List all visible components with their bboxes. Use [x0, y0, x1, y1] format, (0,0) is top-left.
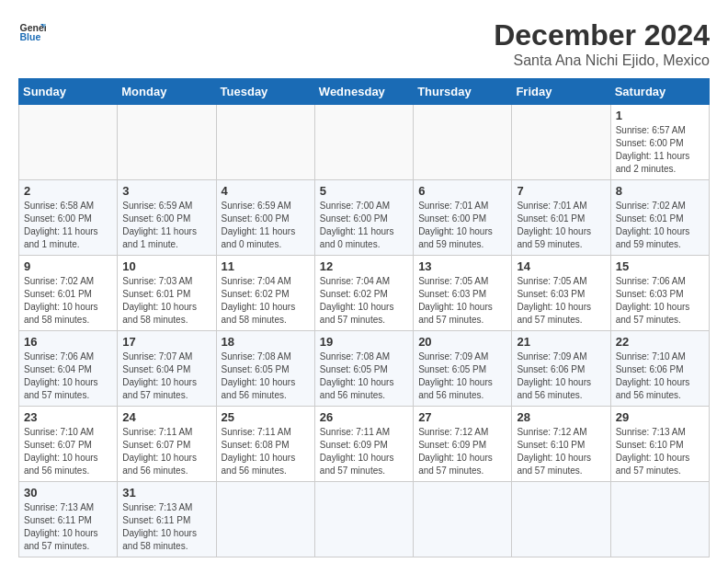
- day-info: Sunrise: 7:05 AMSunset: 6:03 PMDaylight:…: [418, 275, 506, 327]
- calendar-cell: 31 Sunrise: 7:13 AMSunset: 6:11 PMDaylig…: [118, 482, 216, 557]
- day-info: Sunrise: 7:02 AMSunset: 6:01 PMDaylight:…: [24, 275, 112, 327]
- day-number: 18: [222, 335, 310, 349]
- calendar-cell: 11 Sunrise: 7:04 AMSunset: 6:02 PMDaylig…: [216, 256, 314, 331]
- title-area: December 2024 Santa Ana Nichi Ejido, Mex…: [494, 18, 710, 69]
- calendar-cell: [414, 105, 512, 180]
- calendar-cell: 21 Sunrise: 7:09 AMSunset: 6:06 PMDaylig…: [512, 331, 610, 407]
- day-number: 10: [122, 259, 210, 273]
- calendar-row: 1 Sunrise: 6:57 AMSunset: 6:00 PMDayligh…: [19, 105, 710, 180]
- day-number: 5: [320, 184, 408, 198]
- svg-text:Blue: Blue: [20, 31, 41, 42]
- day-info: Sunrise: 7:12 AMSunset: 6:10 PMDaylight:…: [517, 426, 605, 477]
- calendar-cell: 16 Sunrise: 7:06 AMSunset: 6:04 PMDaylig…: [19, 331, 118, 407]
- calendar-cell: [19, 105, 118, 180]
- day-number: 2: [24, 184, 112, 198]
- day-number: 23: [24, 410, 112, 424]
- day-info: Sunrise: 7:04 AMSunset: 6:02 PMDaylight:…: [320, 275, 408, 327]
- day-info: Sunrise: 7:13 AMSunset: 6:10 PMDaylight:…: [616, 426, 704, 477]
- day-number: 4: [222, 184, 310, 198]
- calendar-cell: 13 Sunrise: 7:05 AMSunset: 6:03 PMDaylig…: [414, 256, 512, 331]
- day-number: 22: [616, 335, 704, 349]
- calendar-cell: 30 Sunrise: 7:13 AMSunset: 6:11 PMDaylig…: [19, 482, 118, 557]
- day-number: 27: [418, 410, 506, 424]
- day-number: 21: [517, 335, 605, 349]
- logo: General Blue: [18, 18, 46, 46]
- day-number: 13: [418, 259, 506, 273]
- day-info: Sunrise: 7:11 AMSunset: 6:08 PMDaylight:…: [222, 426, 310, 477]
- day-number: 6: [418, 184, 506, 198]
- calendar-cell: [314, 105, 413, 180]
- calendar-table: SundayMondayTuesdayWednesdayThursdayFrid…: [18, 78, 710, 557]
- calendar-cell: 8 Sunrise: 7:02 AMSunset: 6:01 PMDayligh…: [610, 180, 709, 256]
- weekday-header: Monday: [118, 79, 216, 105]
- calendar-row: 16 Sunrise: 7:06 AMSunset: 6:04 PMDaylig…: [19, 331, 710, 407]
- weekday-header: Tuesday: [216, 79, 314, 105]
- calendar-cell: [610, 482, 709, 557]
- calendar-cell: 18 Sunrise: 7:08 AMSunset: 6:05 PMDaylig…: [216, 331, 314, 407]
- day-info: Sunrise: 7:08 AMSunset: 6:05 PMDaylight:…: [222, 350, 310, 402]
- day-info: Sunrise: 7:05 AMSunset: 6:03 PMDaylight:…: [517, 275, 605, 327]
- day-info: Sunrise: 7:06 AMSunset: 6:03 PMDaylight:…: [616, 275, 704, 327]
- calendar-cell: 22 Sunrise: 7:10 AMSunset: 6:06 PMDaylig…: [610, 331, 709, 407]
- day-number: 15: [616, 259, 704, 273]
- calendar-row: 30 Sunrise: 7:13 AMSunset: 6:11 PMDaylig…: [19, 482, 710, 557]
- day-number: 30: [24, 486, 112, 500]
- day-info: Sunrise: 7:12 AMSunset: 6:09 PMDaylight:…: [418, 426, 506, 477]
- day-number: 9: [24, 259, 112, 273]
- calendar-cell: [118, 105, 216, 180]
- calendar-row: 9 Sunrise: 7:02 AMSunset: 6:01 PMDayligh…: [19, 256, 710, 331]
- day-number: 12: [320, 259, 408, 273]
- calendar-cell: 23 Sunrise: 7:10 AMSunset: 6:07 PMDaylig…: [19, 407, 118, 482]
- calendar-cell: 9 Sunrise: 7:02 AMSunset: 6:01 PMDayligh…: [19, 256, 118, 331]
- day-number: 14: [517, 259, 605, 273]
- weekday-header: Friday: [512, 79, 610, 105]
- weekday-header: Sunday: [19, 79, 118, 105]
- calendar-cell: 6 Sunrise: 7:01 AMSunset: 6:00 PMDayligh…: [414, 180, 512, 256]
- day-info: Sunrise: 7:11 AMSunset: 6:09 PMDaylight:…: [320, 426, 408, 477]
- day-info: Sunrise: 7:10 AMSunset: 6:06 PMDaylight:…: [616, 350, 704, 402]
- day-info: Sunrise: 7:00 AMSunset: 6:00 PMDaylight:…: [320, 200, 408, 251]
- day-number: 19: [320, 335, 408, 349]
- day-info: Sunrise: 6:59 AMSunset: 6:00 PMDaylight:…: [222, 200, 310, 251]
- day-info: Sunrise: 7:08 AMSunset: 6:05 PMDaylight:…: [320, 350, 408, 402]
- weekday-header: Saturday: [610, 79, 709, 105]
- calendar-cell: 20 Sunrise: 7:09 AMSunset: 6:05 PMDaylig…: [414, 331, 512, 407]
- day-number: 16: [24, 335, 112, 349]
- day-number: 7: [517, 184, 605, 198]
- day-number: 29: [616, 410, 704, 424]
- day-number: 25: [222, 410, 310, 424]
- calendar-cell: [314, 482, 413, 557]
- day-number: 1: [616, 109, 704, 122]
- day-info: Sunrise: 6:58 AMSunset: 6:00 PMDaylight:…: [24, 200, 112, 251]
- calendar-cell: 3 Sunrise: 6:59 AMSunset: 6:00 PMDayligh…: [118, 180, 216, 256]
- calendar-cell: 25 Sunrise: 7:11 AMSunset: 6:08 PMDaylig…: [216, 407, 314, 482]
- calendar-cell: 19 Sunrise: 7:08 AMSunset: 6:05 PMDaylig…: [314, 331, 413, 407]
- weekday-header: Thursday: [414, 79, 512, 105]
- day-number: 20: [418, 335, 506, 349]
- weekday-header-row: SundayMondayTuesdayWednesdayThursdayFrid…: [19, 79, 710, 105]
- day-info: Sunrise: 7:04 AMSunset: 6:02 PMDaylight:…: [222, 275, 310, 327]
- day-number: 17: [122, 335, 210, 349]
- day-number: 28: [517, 410, 605, 424]
- day-info: Sunrise: 6:57 AMSunset: 6:00 PMDaylight:…: [616, 124, 704, 176]
- day-info: Sunrise: 7:07 AMSunset: 6:04 PMDaylight:…: [122, 350, 210, 402]
- day-number: 11: [222, 259, 310, 273]
- calendar-row: 23 Sunrise: 7:10 AMSunset: 6:07 PMDaylig…: [19, 407, 710, 482]
- day-info: Sunrise: 7:03 AMSunset: 6:01 PMDaylight:…: [122, 275, 210, 327]
- day-info: Sunrise: 7:01 AMSunset: 6:00 PMDaylight:…: [418, 200, 506, 251]
- weekday-header: Wednesday: [314, 79, 413, 105]
- calendar-cell: 29 Sunrise: 7:13 AMSunset: 6:10 PMDaylig…: [610, 407, 709, 482]
- day-info: Sunrise: 6:59 AMSunset: 6:00 PMDaylight:…: [122, 200, 210, 251]
- calendar-cell: 14 Sunrise: 7:05 AMSunset: 6:03 PMDaylig…: [512, 256, 610, 331]
- day-info: Sunrise: 7:09 AMSunset: 6:05 PMDaylight:…: [418, 350, 506, 402]
- day-info: Sunrise: 7:06 AMSunset: 6:04 PMDaylight:…: [24, 350, 112, 402]
- calendar-cell: 17 Sunrise: 7:07 AMSunset: 6:04 PMDaylig…: [118, 331, 216, 407]
- calendar-row: 2 Sunrise: 6:58 AMSunset: 6:00 PMDayligh…: [19, 180, 710, 256]
- calendar-cell: 7 Sunrise: 7:01 AMSunset: 6:01 PMDayligh…: [512, 180, 610, 256]
- calendar-cell: 12 Sunrise: 7:04 AMSunset: 6:02 PMDaylig…: [314, 256, 413, 331]
- day-info: Sunrise: 7:01 AMSunset: 6:01 PMDaylight:…: [517, 200, 605, 251]
- day-number: 3: [122, 184, 210, 198]
- day-info: Sunrise: 7:11 AMSunset: 6:07 PMDaylight:…: [122, 426, 210, 477]
- calendar-cell: [414, 482, 512, 557]
- day-number: 8: [616, 184, 704, 198]
